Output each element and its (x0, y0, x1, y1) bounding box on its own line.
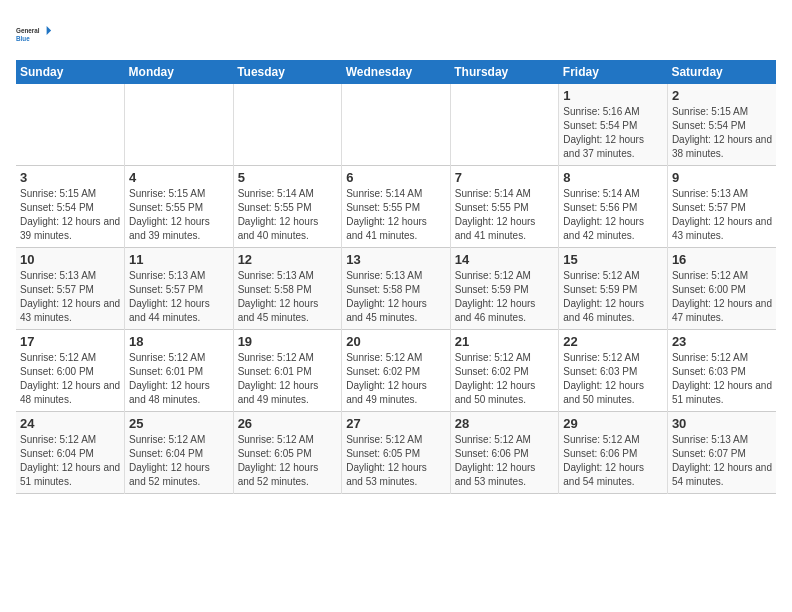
day-info: Sunrise: 5:12 AMSunset: 6:02 PMDaylight:… (455, 351, 555, 407)
day-number: 29 (563, 416, 663, 431)
day-info: Sunrise: 5:13 AMSunset: 5:57 PMDaylight:… (129, 269, 229, 325)
day-info: Sunrise: 5:14 AMSunset: 5:55 PMDaylight:… (455, 187, 555, 243)
day-number: 2 (672, 88, 772, 103)
day-number: 5 (238, 170, 338, 185)
calendar-cell: 26Sunrise: 5:12 AMSunset: 6:05 PMDayligh… (233, 412, 342, 494)
day-number: 17 (20, 334, 120, 349)
day-number: 21 (455, 334, 555, 349)
day-number: 25 (129, 416, 229, 431)
calendar-cell: 27Sunrise: 5:12 AMSunset: 6:05 PMDayligh… (342, 412, 451, 494)
day-info: Sunrise: 5:12 AMSunset: 6:01 PMDaylight:… (238, 351, 338, 407)
day-info: Sunrise: 5:12 AMSunset: 6:06 PMDaylight:… (563, 433, 663, 489)
calendar-cell: 24Sunrise: 5:12 AMSunset: 6:04 PMDayligh… (16, 412, 125, 494)
day-number: 28 (455, 416, 555, 431)
logo: GeneralBlue (16, 16, 52, 52)
calendar-week-1: 1Sunrise: 5:16 AMSunset: 5:54 PMDaylight… (16, 84, 776, 166)
day-info: Sunrise: 5:12 AMSunset: 6:06 PMDaylight:… (455, 433, 555, 489)
day-info: Sunrise: 5:13 AMSunset: 5:57 PMDaylight:… (20, 269, 120, 325)
day-info: Sunrise: 5:13 AMSunset: 5:57 PMDaylight:… (672, 187, 772, 243)
day-number: 24 (20, 416, 120, 431)
day-info: Sunrise: 5:15 AMSunset: 5:55 PMDaylight:… (129, 187, 229, 243)
day-number: 7 (455, 170, 555, 185)
calendar-cell: 11Sunrise: 5:13 AMSunset: 5:57 PMDayligh… (125, 248, 234, 330)
day-info: Sunrise: 5:13 AMSunset: 5:58 PMDaylight:… (238, 269, 338, 325)
day-info: Sunrise: 5:14 AMSunset: 5:56 PMDaylight:… (563, 187, 663, 243)
weekday-header-monday: Monday (125, 60, 234, 84)
day-number: 23 (672, 334, 772, 349)
page-header: GeneralBlue (16, 16, 776, 52)
svg-marker-2 (47, 26, 52, 35)
day-info: Sunrise: 5:16 AMSunset: 5:54 PMDaylight:… (563, 105, 663, 161)
calendar-cell: 18Sunrise: 5:12 AMSunset: 6:01 PMDayligh… (125, 330, 234, 412)
weekday-header-row: SundayMondayTuesdayWednesdayThursdayFrid… (16, 60, 776, 84)
day-info: Sunrise: 5:12 AMSunset: 5:59 PMDaylight:… (563, 269, 663, 325)
calendar-cell (16, 84, 125, 166)
calendar-cell: 23Sunrise: 5:12 AMSunset: 6:03 PMDayligh… (667, 330, 776, 412)
calendar-cell: 25Sunrise: 5:12 AMSunset: 6:04 PMDayligh… (125, 412, 234, 494)
calendar-cell: 10Sunrise: 5:13 AMSunset: 5:57 PMDayligh… (16, 248, 125, 330)
day-info: Sunrise: 5:14 AMSunset: 5:55 PMDaylight:… (346, 187, 446, 243)
calendar-cell: 16Sunrise: 5:12 AMSunset: 6:00 PMDayligh… (667, 248, 776, 330)
calendar-week-4: 17Sunrise: 5:12 AMSunset: 6:00 PMDayligh… (16, 330, 776, 412)
calendar-cell: 4Sunrise: 5:15 AMSunset: 5:55 PMDaylight… (125, 166, 234, 248)
day-info: Sunrise: 5:15 AMSunset: 5:54 PMDaylight:… (672, 105, 772, 161)
day-info: Sunrise: 5:12 AMSunset: 6:00 PMDaylight:… (672, 269, 772, 325)
day-number: 13 (346, 252, 446, 267)
day-info: Sunrise: 5:12 AMSunset: 5:59 PMDaylight:… (455, 269, 555, 325)
calendar-cell: 8Sunrise: 5:14 AMSunset: 5:56 PMDaylight… (559, 166, 668, 248)
day-number: 18 (129, 334, 229, 349)
day-number: 16 (672, 252, 772, 267)
calendar-cell: 20Sunrise: 5:12 AMSunset: 6:02 PMDayligh… (342, 330, 451, 412)
day-info: Sunrise: 5:13 AMSunset: 6:07 PMDaylight:… (672, 433, 772, 489)
weekday-header-thursday: Thursday (450, 60, 559, 84)
weekday-header-sunday: Sunday (16, 60, 125, 84)
day-info: Sunrise: 5:15 AMSunset: 5:54 PMDaylight:… (20, 187, 120, 243)
day-info: Sunrise: 5:12 AMSunset: 6:05 PMDaylight:… (238, 433, 338, 489)
calendar-cell (233, 84, 342, 166)
day-number: 27 (346, 416, 446, 431)
day-number: 4 (129, 170, 229, 185)
day-info: Sunrise: 5:13 AMSunset: 5:58 PMDaylight:… (346, 269, 446, 325)
day-number: 30 (672, 416, 772, 431)
weekday-header-tuesday: Tuesday (233, 60, 342, 84)
day-info: Sunrise: 5:12 AMSunset: 6:00 PMDaylight:… (20, 351, 120, 407)
svg-text:Blue: Blue (16, 35, 30, 42)
calendar-cell: 22Sunrise: 5:12 AMSunset: 6:03 PMDayligh… (559, 330, 668, 412)
calendar-cell: 3Sunrise: 5:15 AMSunset: 5:54 PMDaylight… (16, 166, 125, 248)
day-info: Sunrise: 5:12 AMSunset: 6:04 PMDaylight:… (129, 433, 229, 489)
calendar-cell: 17Sunrise: 5:12 AMSunset: 6:00 PMDayligh… (16, 330, 125, 412)
day-number: 22 (563, 334, 663, 349)
day-info: Sunrise: 5:12 AMSunset: 6:03 PMDaylight:… (563, 351, 663, 407)
day-number: 15 (563, 252, 663, 267)
calendar-cell: 13Sunrise: 5:13 AMSunset: 5:58 PMDayligh… (342, 248, 451, 330)
calendar-cell: 30Sunrise: 5:13 AMSunset: 6:07 PMDayligh… (667, 412, 776, 494)
calendar-cell (125, 84, 234, 166)
svg-text:General: General (16, 27, 40, 34)
calendar-cell: 29Sunrise: 5:12 AMSunset: 6:06 PMDayligh… (559, 412, 668, 494)
day-number: 3 (20, 170, 120, 185)
calendar-cell: 6Sunrise: 5:14 AMSunset: 5:55 PMDaylight… (342, 166, 451, 248)
day-number: 12 (238, 252, 338, 267)
calendar-cell: 14Sunrise: 5:12 AMSunset: 5:59 PMDayligh… (450, 248, 559, 330)
day-number: 14 (455, 252, 555, 267)
calendar-cell (450, 84, 559, 166)
weekday-header-friday: Friday (559, 60, 668, 84)
calendar-cell: 21Sunrise: 5:12 AMSunset: 6:02 PMDayligh… (450, 330, 559, 412)
logo-icon: GeneralBlue (16, 16, 52, 52)
day-number: 19 (238, 334, 338, 349)
day-number: 8 (563, 170, 663, 185)
day-info: Sunrise: 5:12 AMSunset: 6:01 PMDaylight:… (129, 351, 229, 407)
day-number: 9 (672, 170, 772, 185)
calendar-cell: 12Sunrise: 5:13 AMSunset: 5:58 PMDayligh… (233, 248, 342, 330)
calendar-cell: 19Sunrise: 5:12 AMSunset: 6:01 PMDayligh… (233, 330, 342, 412)
calendar-cell: 28Sunrise: 5:12 AMSunset: 6:06 PMDayligh… (450, 412, 559, 494)
day-number: 11 (129, 252, 229, 267)
day-number: 1 (563, 88, 663, 103)
day-info: Sunrise: 5:12 AMSunset: 6:04 PMDaylight:… (20, 433, 120, 489)
day-info: Sunrise: 5:12 AMSunset: 6:05 PMDaylight:… (346, 433, 446, 489)
weekday-header-wednesday: Wednesday (342, 60, 451, 84)
calendar-table: SundayMondayTuesdayWednesdayThursdayFrid… (16, 60, 776, 494)
calendar-week-3: 10Sunrise: 5:13 AMSunset: 5:57 PMDayligh… (16, 248, 776, 330)
day-info: Sunrise: 5:14 AMSunset: 5:55 PMDaylight:… (238, 187, 338, 243)
day-number: 10 (20, 252, 120, 267)
